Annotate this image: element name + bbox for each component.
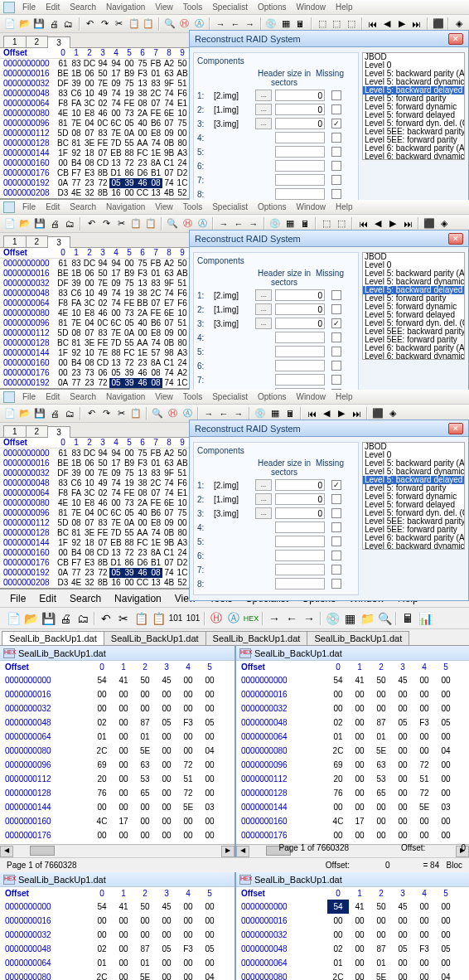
hex-byte[interactable]: 3C [83, 99, 96, 109]
hex-byte[interactable]: 05 [109, 378, 123, 388]
hex-byte[interactable]: 50 [96, 69, 109, 79]
hex-row[interactable]: 0000000128760065007200 [241, 786, 464, 800]
hex-byte[interactable]: 94 [96, 449, 109, 458]
hex-byte[interactable]: 74 [149, 138, 162, 148]
hex-byte[interactable]: 8B [96, 558, 109, 568]
hex-byte[interactable]: 00 [435, 758, 457, 772]
hex-byte[interactable]: 72 [413, 758, 435, 772]
print-icon[interactable]: 🖨 [57, 610, 74, 627]
find-hex-icon[interactable]: Ⓗ [181, 217, 194, 230]
hex-byte[interactable]: B6 [149, 318, 162, 328]
hex-byte[interactable]: 01 [370, 956, 392, 970]
hex-byte[interactable]: 81 [56, 318, 70, 328]
hex-byte[interactable]: 05 [156, 716, 177, 730]
hex-byte[interactable]: 74 [109, 298, 123, 308]
hex-byte[interactable]: 10 [83, 89, 96, 99]
hex-byte[interactable]: 06 [96, 368, 109, 378]
hex-row[interactable]: 0000000016000000000000 [5, 914, 230, 928]
menu-navigation[interactable]: Navigation [109, 591, 167, 606]
hex-row[interactable]: 00000000802C005E000004 [5, 744, 230, 758]
hex-byte[interactable]: 00 [199, 730, 220, 744]
hex-row[interactable]: 0000000128BC813EFE7D55AA740B80 [0, 528, 189, 538]
hex-byte[interactable]: 4E [70, 188, 83, 198]
menu-view[interactable]: View [151, 201, 177, 212]
hex-byte[interactable]: F3 [413, 716, 435, 730]
hex-byte[interactable]: 0A [123, 518, 136, 528]
browse-button[interactable]: ... [255, 507, 272, 519]
hex-byte[interactable]: 9F [162, 468, 176, 478]
hex-byte[interactable]: 07 [149, 298, 162, 308]
hex-byte[interactable]: 23 [136, 548, 149, 558]
hex-byte[interactable]: 63 [162, 69, 176, 79]
hex-byte[interactable]: 8B [96, 188, 109, 198]
hex-byte[interactable]: 00 [113, 800, 134, 814]
dec-icon[interactable]: ⬚ [345, 17, 358, 31]
hex-byte[interactable]: 00 [156, 772, 177, 786]
hex-byte[interactable]: 10 [176, 308, 189, 318]
hex-byte[interactable]: 08 [70, 328, 83, 338]
hex-byte[interactable]: C1 [162, 358, 176, 368]
hex-byte[interactable]: 00 [370, 800, 392, 814]
menu-options[interactable]: Options [254, 391, 290, 402]
hex-icon[interactable]: ⬚ [335, 217, 348, 230]
hex-row[interactable]: 0000000176002373060539460874A2 [0, 368, 189, 378]
hex-byte[interactable]: 50 [96, 269, 109, 279]
hex-byte[interactable]: 00 [136, 518, 149, 528]
hex-byte[interactable]: 00 [83, 79, 96, 89]
hex-byte[interactable]: 2C [91, 744, 113, 758]
hex-byte[interactable]: DF [56, 79, 70, 89]
hex-byte[interactable]: 00 [177, 814, 199, 828]
hex-byte[interactable]: 8A [149, 158, 162, 168]
cut-icon[interactable]: ✂ [114, 407, 128, 420]
hex-byte[interactable]: 01 [149, 69, 162, 79]
menu-file[interactable]: File [18, 391, 40, 402]
hex-byte[interactable]: 00 [113, 786, 134, 800]
hex-row[interactable]: 000000004883C610497419382C74F6 [0, 289, 189, 298]
hex-byte[interactable]: EB [109, 538, 123, 548]
hex-byte[interactable]: 81 [56, 119, 70, 129]
hex-byte[interactable]: 74 [162, 368, 176, 378]
hex-byte[interactable]: 00 [435, 701, 457, 716]
hex-byte[interactable]: 72 [413, 786, 435, 800]
header-size-input[interactable] [275, 146, 325, 158]
hex-byte[interactable]: 07 [162, 508, 176, 518]
hex-byte[interactable]: CD [96, 548, 109, 558]
hex-byte[interactable]: 55 [123, 338, 136, 348]
menu-view[interactable]: View [151, 391, 177, 402]
hex-byte[interactable]: 19 [123, 289, 136, 298]
hex-byte[interactable]: A3 [176, 538, 189, 548]
missing-checkbox[interactable] [331, 347, 341, 357]
hex-byte[interactable]: 18 [83, 148, 96, 158]
back-icon[interactable]: ← [283, 610, 300, 627]
hex-byte[interactable]: DC [83, 259, 96, 269]
header-size-input[interactable] [275, 318, 325, 329]
hex-byte[interactable]: 7E [109, 129, 123, 138]
missing-checkbox[interactable] [331, 375, 341, 385]
hex-byte[interactable]: 50 [370, 900, 392, 914]
hex-byte[interactable]: 02 [327, 942, 349, 956]
hex-byte[interactable]: 32 [83, 188, 96, 198]
hex-byte[interactable]: 45 [392, 673, 413, 687]
missing-checkbox[interactable] [331, 304, 341, 314]
hex-byte[interactable]: 2C [327, 744, 349, 758]
hex-byte[interactable]: 94 [109, 449, 123, 458]
hex-byte[interactable]: 75 [123, 468, 136, 478]
close-icon[interactable]: ✕ [448, 233, 463, 245]
hex-byte[interactable]: 74 [162, 89, 176, 99]
goto-icon[interactable]: → [266, 610, 283, 627]
open-icon[interactable]: 📂 [22, 610, 39, 627]
hex-row[interactable]: 00000001604C1700000000 [241, 814, 464, 828]
hex-byte[interactable]: B4 [70, 548, 83, 558]
print-icon[interactable]: 🖨 [48, 407, 61, 420]
goto-icon[interactable]: → [217, 217, 230, 230]
disk-icon[interactable]: 💿 [254, 407, 267, 420]
hex-byte[interactable]: 38 [136, 289, 149, 298]
hex-byte[interactable]: 00 [113, 687, 134, 701]
hex-byte[interactable]: 74 [109, 89, 123, 99]
hex-byte[interactable]: 00 [113, 730, 134, 744]
hex-byte[interactable]: 55 [123, 528, 136, 538]
hex-byte[interactable]: 00 [177, 970, 199, 980]
close-icon[interactable]: ✕ [448, 423, 463, 434]
hex-row[interactable]: 0000000064F8FA3C0274FEBB07E7F6 [0, 298, 189, 308]
redo-icon[interactable]: ↷ [99, 407, 113, 420]
